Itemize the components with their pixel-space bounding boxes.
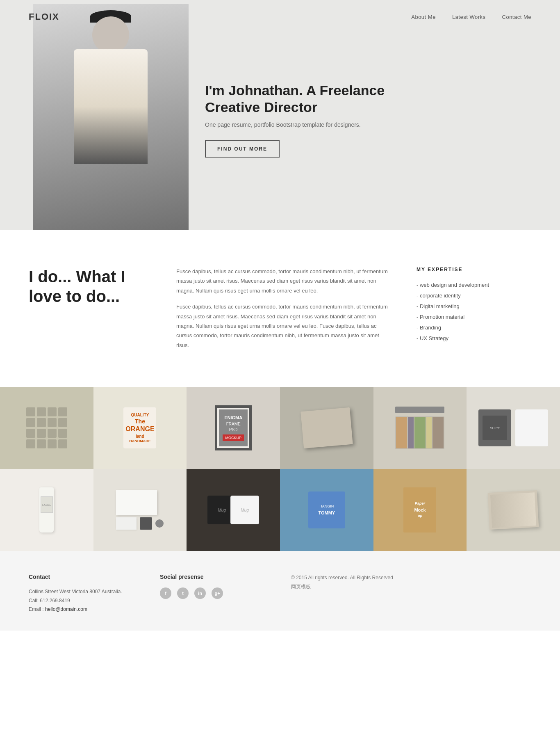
portfolio-item-5[interactable] [373, 387, 467, 469]
nav-works[interactable]: Latest Works [452, 14, 486, 20]
footer-address: Collins Street West Victoria 8007 Austra… [29, 587, 143, 614]
site-footer: Contact Collins Street West Victoria 800… [0, 551, 560, 631]
hero-photo [33, 4, 189, 230]
copyright-line2: 网页模板 [291, 583, 531, 592]
portfolio-section: QUALITY The ORANGE land HANDMADE ENIGMA … [0, 387, 560, 551]
expertise-item: - Digital marketing [417, 301, 531, 312]
hero-subtitle: One page resume, portfolio Bootstrap tem… [205, 121, 402, 128]
portfolio-item-2[interactable]: QUALITY The ORANGE land HANDMADE [93, 387, 187, 469]
site-header: FLOIX About Me Latest Works Contact Me [0, 0, 560, 34]
about-heading: I do... What I love to do... [29, 267, 152, 306]
portfolio-item-8[interactable] [93, 469, 187, 551]
footer-contact: Contact Collins Street West Victoria 800… [29, 574, 143, 614]
social-icons: f t in g+ [160, 587, 275, 599]
person-body [74, 49, 148, 164]
twitter-icon[interactable]: t [177, 587, 189, 599]
expertise-list: - web design and development - corporate… [417, 280, 531, 344]
expertise-item: - Promotion material [417, 312, 531, 322]
copyright-line1: © 2015 All rights reserved. All Rights R… [291, 574, 531, 583]
expertise-item: - web design and development [417, 280, 531, 290]
googleplus-icon[interactable]: g+ [212, 587, 223, 599]
portfolio-item-6[interactable]: SHIRT [467, 387, 560, 469]
linkedin-icon[interactable]: in [194, 587, 206, 599]
hero-title: I'm Johnathan. A Freelance Creative Dire… [205, 82, 402, 116]
portfolio-item-9[interactable]: Mug Mug [187, 469, 280, 551]
site-logo[interactable]: FLOIX [29, 11, 59, 22]
about-paragraph-1: Fusce dapibus, tellus ac cursus commodo,… [176, 267, 392, 295]
about-paragraph-2: Fusce dapibus, tellus ac cursus commodo,… [176, 302, 392, 350]
expertise-col: MY EXPERTISE - web design and developmen… [417, 267, 531, 344]
expertise-title: MY EXPERTISE [417, 267, 531, 272]
portfolio-item-7[interactable]: LABEL [0, 469, 93, 551]
portfolio-item-3[interactable]: ENIGMA FRAME PSD MOCKUP [187, 387, 280, 469]
expertise-item: - corporate identity [417, 290, 531, 301]
portfolio-item-1[interactable] [0, 387, 93, 469]
footer-social-heading: Social presense [160, 574, 275, 580]
portfolio-item-4[interactable] [280, 387, 373, 469]
about-grid: I do... What I love to do... Fusce dapib… [29, 267, 531, 350]
footer-social: Social presense f t in g+ [160, 574, 275, 614]
main-nav: About Me Latest Works Contact Me [411, 14, 531, 20]
expertise-item: - Branding [417, 322, 531, 333]
about-heading-col: I do... What I love to do... [29, 267, 152, 306]
nav-about[interactable]: About Me [411, 14, 436, 20]
facebook-icon[interactable]: f [160, 587, 171, 599]
portfolio-item-11[interactable]: Paper Mock up [373, 469, 467, 551]
hero-section: I'm Johnathan. A Freelance Creative Dire… [0, 0, 560, 230]
footer-grid: Contact Collins Street West Victoria 800… [29, 574, 531, 614]
expertise-item: - UX Strategy [417, 333, 531, 344]
about-text-col: Fusce dapibus, tellus ac cursus commodo,… [176, 267, 392, 350]
portfolio-item-12[interactable] [467, 469, 560, 551]
hero-content: I'm Johnathan. A Freelance Creative Dire… [205, 82, 402, 158]
nav-contact[interactable]: Contact Me [502, 14, 531, 20]
hero-cta-button[interactable]: FIND OUT MORE [205, 140, 280, 158]
about-section: I do... What I love to do... Fusce dapib… [0, 230, 560, 387]
footer-email-link[interactable]: hello@domain.com [45, 606, 87, 612]
footer-contact-heading: Contact [29, 574, 143, 580]
portfolio-item-10[interactable]: HANGIN TOMMY [280, 469, 373, 551]
footer-copyright: © 2015 All rights reserved. All Rights R… [291, 574, 531, 614]
